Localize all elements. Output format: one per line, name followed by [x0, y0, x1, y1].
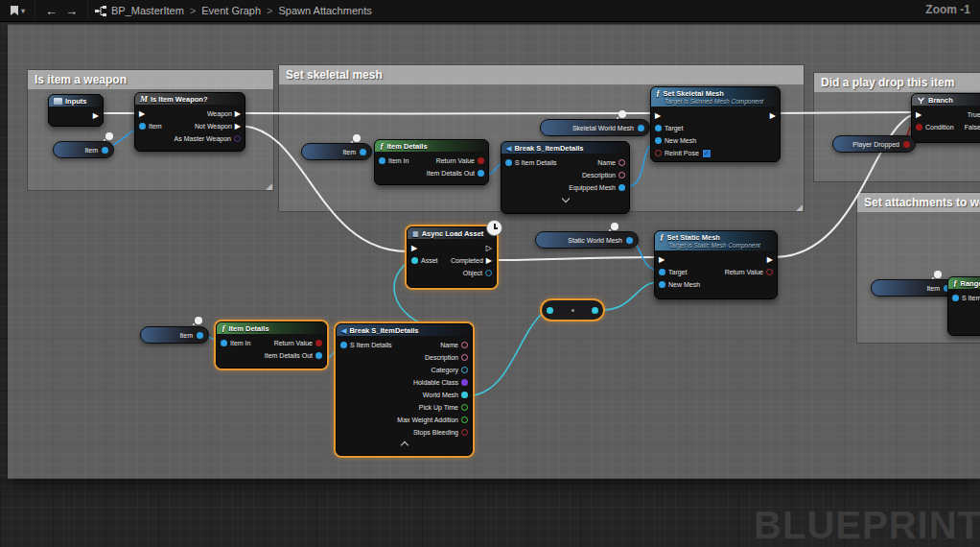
reinit-pose-checkbox[interactable]: ✓	[702, 149, 712, 158]
category-pin[interactable]	[461, 367, 468, 373]
forward-button[interactable]: →	[61, 4, 82, 18]
resize-handle[interactable]: ◢	[796, 202, 803, 212]
node-title: Set Skeletal Mesh	[664, 89, 724, 98]
reroute-in-pin[interactable]	[547, 307, 553, 314]
exec-in-pin[interactable]: ▶	[139, 110, 145, 118]
item-out-pin[interactable]	[360, 149, 366, 155]
comment-title[interactable]: Set skeletal mesh	[279, 65, 804, 84]
bookmark-icon	[10, 5, 19, 16]
collapse-chevron-icon[interactable]	[400, 441, 408, 449]
breadcrumb-item-blueprint[interactable]: BP_MasterItem	[111, 5, 184, 16]
zoom-level-label: Zoom -1	[925, 3, 970, 16]
item-getter-pill[interactable]: Item	[301, 143, 372, 160]
struct-in-pin[interactable]	[340, 342, 347, 348]
player-dropped-pill[interactable]: Player Dropped	[832, 135, 916, 153]
reroute-out-pin[interactable]	[592, 307, 598, 314]
not-weapon-exec-pin[interactable]: ▶	[235, 123, 241, 131]
break-itemdetails-node-expanded[interactable]: ◀ Break S_ItemDetails S Item Details Nam…	[336, 323, 473, 456]
return-value-pin[interactable]	[478, 157, 484, 164]
as-master-weapon-pin[interactable]	[234, 135, 241, 142]
object-pin[interactable]	[485, 270, 492, 276]
item-getter-pill[interactable]: Item	[871, 279, 956, 297]
function-node-header: ƒ Item Details	[217, 322, 326, 334]
async-load-asset-node[interactable]: ▦ Async Load Asset ▶ ▷ Asset Completed▶ …	[407, 226, 497, 288]
asset-pin[interactable]	[411, 257, 418, 264]
exec-in-pin[interactable]: ▶	[411, 245, 417, 252]
back-button[interactable]: ←	[41, 4, 61, 18]
item-getter-pill[interactable]: Item	[140, 326, 209, 344]
exec-in-pin[interactable]: ▶	[916, 111, 922, 119]
bookmark-button[interactable]: ▾	[6, 5, 29, 16]
skeletal-world-mesh-out-pin[interactable]	[638, 125, 644, 131]
new-mesh-pin[interactable]	[659, 281, 665, 288]
description-pin[interactable]	[461, 354, 468, 361]
exec-out-pin[interactable]: ▶	[93, 112, 99, 120]
comment-title[interactable]: Is item a weapon	[28, 70, 273, 89]
item-details-out-pin[interactable]	[315, 352, 322, 359]
return-value-pin[interactable]	[766, 269, 773, 275]
new-mesh-pin[interactable]	[655, 137, 662, 144]
breadcrumb-separator: >	[190, 5, 196, 16]
name-pin[interactable]	[618, 159, 625, 166]
is-item-weapon-node[interactable]: M Is Item Weapon? ▶ Weapon▶ Item Not Wea…	[134, 92, 245, 152]
condition-pin[interactable]	[916, 124, 922, 131]
break-itemdetails-node[interactable]: ◀ Break S_ItemDetails S Item Details Nam…	[501, 141, 630, 214]
resize-handle[interactable]: ◢	[266, 181, 272, 191]
player-dropped-out-pin[interactable]	[903, 141, 910, 148]
set-skeletal-mesh-node[interactable]: ƒ Set Skeletal Mesh Target is Skinned Me…	[650, 86, 781, 162]
comment-title[interactable]: Did a play drop this item	[814, 73, 980, 92]
pin-label: Reinit Pose	[665, 150, 699, 156]
function-node-header: ƒ Item Details	[375, 140, 488, 152]
branch-node[interactable]: Branch ▶ True▶ Condition False▶	[911, 93, 980, 143]
return-value-pin[interactable]	[315, 340, 322, 346]
max-weight-addition-pin[interactable]	[461, 416, 468, 423]
function-icon: ƒ	[656, 89, 661, 98]
branch-node-header: Branch	[912, 94, 980, 106]
breadcrumb-item-spawn-attachments[interactable]: Spawn Attachments	[278, 5, 371, 16]
item-details-node[interactable]: ƒ Item Details Item In Return Value Item…	[216, 321, 327, 369]
holdable-class-pin[interactable]	[461, 379, 468, 386]
item-getter-pill[interactable]: Item	[53, 141, 114, 158]
exec-in-pin[interactable]: ▶	[655, 112, 661, 120]
static-world-mesh-pill[interactable]: Static World Mesh	[535, 231, 639, 249]
exec-out-pin[interactable]: ▶	[767, 256, 773, 264]
pin-label: Asset	[421, 257, 438, 264]
pick-up-time-pin[interactable]	[461, 404, 468, 411]
reroute-node[interactable]	[542, 300, 603, 320]
item-in-pin[interactable]	[221, 340, 227, 346]
item-out-pin[interactable]	[197, 332, 203, 339]
target-pin[interactable]	[659, 269, 665, 275]
static-world-mesh-out-pin[interactable]	[626, 237, 633, 244]
item-pin[interactable]	[139, 123, 146, 130]
set-static-mesh-node[interactable]: ƒ Set Static Mesh Target is Static Mesh …	[654, 230, 778, 299]
breadcrumb-item-event-graph[interactable]: Event Graph	[201, 5, 261, 16]
stops-bleeding-pin[interactable]	[461, 429, 468, 436]
completed-exec-pin[interactable]: ▶	[486, 257, 492, 265]
name-pin[interactable]	[461, 342, 468, 348]
item-details-out-pin[interactable]	[478, 170, 484, 177]
branch-icon	[917, 96, 925, 105]
expand-chevron-icon[interactable]	[561, 195, 569, 202]
s-item-pin[interactable]	[952, 295, 959, 301]
item-in-pin[interactable]	[379, 157, 385, 164]
ranged-function-node[interactable]: ƒ Ranged S Item	[947, 276, 980, 336]
exec-in-pin[interactable]: ▶	[659, 256, 665, 264]
exec-out-pin[interactable]: ▷	[486, 245, 492, 252]
item-details-node[interactable]: ƒ Item Details Item In Return Value Item…	[374, 139, 489, 185]
exec-out-pin[interactable]: ▶	[770, 112, 776, 120]
inputs-node[interactable]: Inputs ▶	[48, 94, 104, 127]
item-out-pin[interactable]	[102, 147, 108, 154]
inputs-node-header: Inputs	[49, 95, 103, 107]
weapon-exec-pin[interactable]: ▶	[235, 110, 241, 118]
reinit-pose-pin[interactable]	[655, 150, 662, 156]
pin-label: Name	[440, 342, 458, 348]
world-mesh-pin[interactable]	[461, 392, 468, 398]
equipped-mesh-pin[interactable]	[618, 184, 625, 191]
graph-canvas[interactable]: BLUEPRINT Is item a weapon ◢ Set skeleta…	[0, 21, 980, 547]
comment-title[interactable]: Set attachments to we	[857, 193, 980, 212]
bubble-sprite	[611, 223, 618, 230]
struct-in-pin[interactable]	[505, 159, 512, 166]
description-pin[interactable]	[618, 172, 625, 178]
skeletal-world-mesh-pill[interactable]: Skeletal World Mesh	[540, 119, 650, 136]
target-pin[interactable]	[655, 125, 662, 131]
